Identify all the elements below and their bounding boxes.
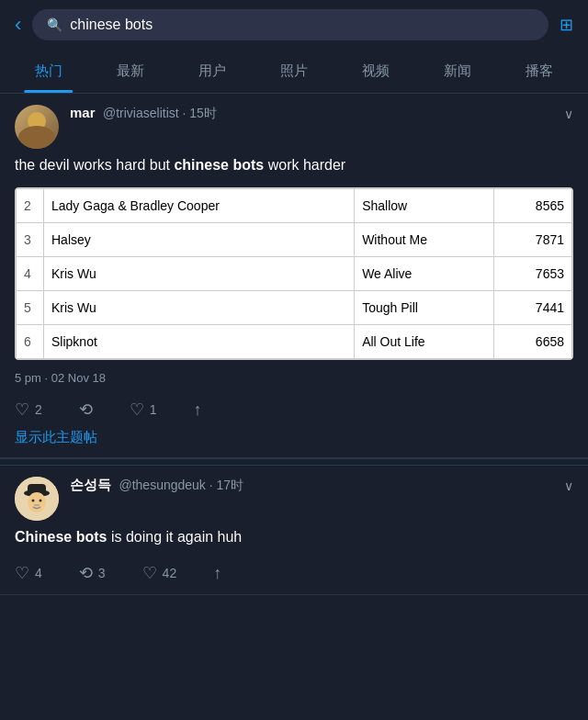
tweet-1-actions: ♡ 2 ⟲ ♡ 1 ↑ bbox=[15, 396, 573, 420]
share-button-2[interactable]: ↑ bbox=[213, 564, 221, 583]
rank-cell: 4 bbox=[17, 257, 44, 291]
song-cell: All Out Life bbox=[355, 325, 494, 359]
reply-count-2: 4 bbox=[35, 566, 42, 580]
tweet-2-username: 손성득 bbox=[70, 477, 111, 492]
share-icon: ↑ bbox=[194, 400, 202, 420]
rank-cell: 6 bbox=[17, 325, 44, 359]
tweet-2-body-suffix: is doing it again huh bbox=[107, 529, 242, 545]
avatar-mar bbox=[15, 105, 59, 149]
score-cell: 7441 bbox=[494, 291, 572, 325]
song-cell: Without Me bbox=[355, 223, 494, 257]
retweet-count-2: 3 bbox=[98, 566, 106, 580]
tweet-2-body-bold: Chinese bots bbox=[15, 529, 107, 545]
retweet-icon: ⟲ bbox=[79, 399, 93, 420]
show-thread-link[interactable]: 显示此主题帖 bbox=[15, 429, 573, 446]
artist-cell: Slipknot bbox=[44, 325, 355, 359]
table-row: 5 Kris Wu Tough Pill 7441 bbox=[17, 291, 572, 325]
avatar-sungdeuk bbox=[15, 477, 59, 521]
score-cell: 7653 bbox=[494, 257, 572, 291]
retweet-button-2[interactable]: ⟲ 3 bbox=[79, 563, 106, 583]
tweet-1-body-prefix: the devil works hard but bbox=[15, 157, 174, 173]
share-icon-2: ↑ bbox=[213, 564, 221, 583]
tabs-nav: 热门 最新 用户 照片 视频 新闻 播客 bbox=[0, 50, 588, 94]
ranking-table: 2 Lady Gaga & Bradley Cooper Shallow 856… bbox=[16, 188, 572, 359]
like-button[interactable]: ♡ 1 bbox=[130, 399, 157, 420]
avatar2-svg bbox=[15, 477, 59, 521]
reply-count: 2 bbox=[35, 402, 42, 417]
table-row: 3 Halsey Without Me 7871 bbox=[17, 223, 572, 257]
tweet-1-header: mar @triviaselitist · 15时 ∨ bbox=[15, 105, 573, 149]
song-cell: Tough Pill bbox=[355, 291, 494, 325]
reply-button-2[interactable]: ♡ 4 bbox=[15, 563, 42, 583]
tab-podcasts[interactable]: 播客 bbox=[499, 50, 581, 93]
retweet-icon-2: ⟲ bbox=[79, 563, 93, 583]
search-bar[interactable]: 🔍 chinese bots bbox=[32, 9, 548, 40]
chevron-down-icon[interactable]: ∨ bbox=[564, 107, 573, 121]
rank-cell: 3 bbox=[17, 223, 44, 257]
tweet-2-actions: ♡ 4 ⟲ 3 ♡ 42 ↑ bbox=[15, 559, 573, 583]
tweet-1-username: mar bbox=[70, 105, 96, 120]
back-button[interactable]: ‹ bbox=[15, 13, 21, 37]
table-row: 2 Lady Gaga & Bradley Cooper Shallow 856… bbox=[17, 189, 572, 223]
score-cell: 8565 bbox=[494, 189, 572, 223]
song-cell: We Alive bbox=[355, 257, 494, 291]
tab-users[interactable]: 用户 bbox=[171, 50, 253, 93]
tweet-1-user-line: mar @triviaselitist · 15时 ∨ bbox=[70, 105, 573, 122]
tweet-2-handle: @thesungdeuk · 17时 bbox=[119, 478, 243, 492]
artist-cell: Halsey bbox=[44, 223, 355, 257]
artist-cell: Kris Wu bbox=[44, 291, 355, 325]
reply-button[interactable]: ♡ 2 bbox=[15, 399, 42, 420]
reply-icon-2: ♡ bbox=[15, 563, 29, 583]
artist-cell: Lady Gaga & Bradley Cooper bbox=[44, 189, 355, 223]
tab-news[interactable]: 新闻 bbox=[417, 50, 499, 93]
like-count-2: 42 bbox=[163, 566, 177, 580]
tweet-1-body: the devil works hard but chinese bots wo… bbox=[15, 154, 573, 176]
tweet-1-handle: @triviaselitist · 15时 bbox=[103, 106, 217, 120]
tweet-2-body: Chinese bots is doing it again huh bbox=[15, 526, 573, 548]
like-icon: ♡ bbox=[130, 399, 144, 420]
tab-videos[interactable]: 视频 bbox=[335, 50, 417, 93]
tweet-separator bbox=[0, 458, 588, 466]
rank-cell: 2 bbox=[17, 189, 44, 223]
tweet-2-user-line: 손성득 @thesungdeuk · 17时 ∨ bbox=[70, 477, 573, 494]
chart-table: 2 Lady Gaga & Bradley Cooper Shallow 856… bbox=[15, 187, 573, 360]
share-button[interactable]: ↑ bbox=[194, 400, 202, 420]
svg-point-4 bbox=[32, 500, 35, 502]
search-query-text: chinese bots bbox=[70, 17, 153, 33]
like-count: 1 bbox=[150, 402, 157, 417]
svg-point-5 bbox=[40, 500, 42, 502]
tweet-2-meta: 손성득 @thesungdeuk · 17时 ∨ bbox=[70, 477, 573, 494]
table-row: 6 Slipknot All Out Life 6658 bbox=[17, 325, 572, 359]
rank-cell: 5 bbox=[17, 291, 44, 325]
tweet-1-body-bold: chinese bots bbox=[174, 157, 264, 173]
tweet-2-header: 손성득 @thesungdeuk · 17时 ∨ bbox=[15, 477, 573, 521]
tweet-1: mar @triviaselitist · 15时 ∨ the devil wo… bbox=[0, 94, 588, 458]
search-icon: 🔍 bbox=[47, 17, 62, 32]
reply-icon: ♡ bbox=[15, 399, 29, 420]
chevron-down-icon-2[interactable]: ∨ bbox=[564, 478, 573, 493]
tweet-1-meta: mar @triviaselitist · 15时 ∨ bbox=[70, 105, 573, 122]
tab-trending[interactable]: 热门 bbox=[7, 50, 89, 93]
score-cell: 7871 bbox=[494, 223, 572, 257]
svg-rect-6 bbox=[34, 504, 40, 506]
table-row: 4 Kris Wu We Alive 7653 bbox=[17, 257, 572, 291]
retweet-button[interactable]: ⟲ bbox=[79, 399, 93, 420]
tweet-1-body-suffix: work harder bbox=[264, 157, 345, 173]
score-cell: 6658 bbox=[494, 325, 572, 359]
like-icon-2: ♡ bbox=[142, 563, 157, 583]
tab-photos[interactable]: 照片 bbox=[253, 50, 334, 93]
filter-button[interactable]: ⊞ bbox=[560, 15, 573, 35]
like-button-2[interactable]: ♡ 42 bbox=[142, 563, 177, 583]
tab-latest[interactable]: 最新 bbox=[89, 50, 171, 93]
tweet-1-timestamp: 5 pm · 02 Nov 18 bbox=[15, 371, 573, 385]
tweet-2: 손성득 @thesungdeuk · 17时 ∨ Chinese bots is… bbox=[0, 466, 588, 595]
header: ‹ 🔍 chinese bots ⊞ bbox=[0, 0, 588, 50]
song-cell: Shallow bbox=[355, 189, 494, 223]
svg-point-3 bbox=[28, 492, 46, 512]
artist-cell: Kris Wu bbox=[44, 257, 355, 291]
